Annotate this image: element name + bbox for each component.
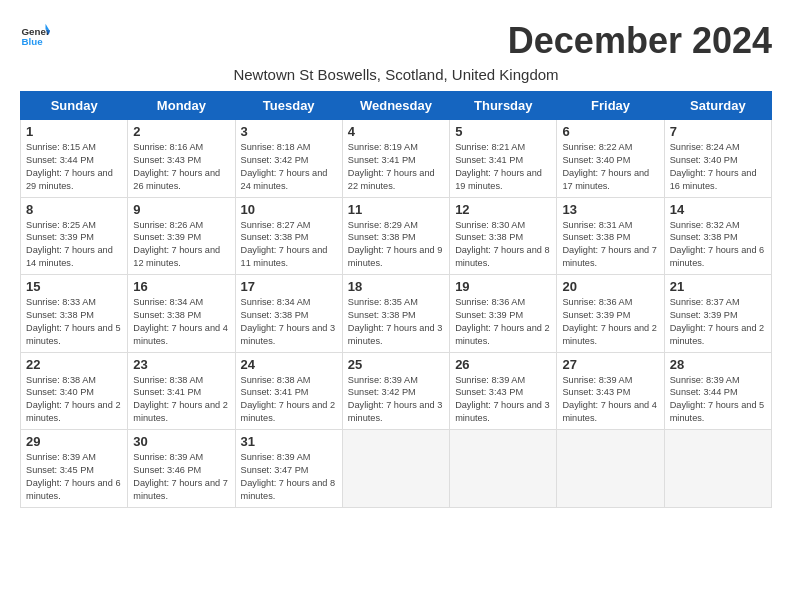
- day-info: Sunrise: 8:31 AM Sunset: 3:38 PM Dayligh…: [562, 219, 658, 271]
- day-number: 9: [133, 202, 229, 217]
- logo-icon: General Blue: [20, 20, 50, 50]
- calendar-cell: 9 Sunrise: 8:26 AM Sunset: 3:39 PM Dayli…: [128, 197, 235, 275]
- sunrise-time: Sunrise: 8:35 AM: [348, 297, 418, 307]
- day-number: 17: [241, 279, 337, 294]
- daylight-hours: Daylight: 7 hours and 7 minutes.: [133, 478, 228, 501]
- sunset-time: Sunset: 3:38 PM: [348, 310, 416, 320]
- sunrise-time: Sunrise: 8:22 AM: [562, 142, 632, 152]
- day-info: Sunrise: 8:19 AM Sunset: 3:41 PM Dayligh…: [348, 141, 444, 193]
- sunrise-time: Sunrise: 8:38 AM: [241, 375, 311, 385]
- sunset-time: Sunset: 3:38 PM: [241, 310, 309, 320]
- sunset-time: Sunset: 3:43 PM: [562, 387, 630, 397]
- day-number: 21: [670, 279, 766, 294]
- calendar-week-row: 1 Sunrise: 8:15 AM Sunset: 3:44 PM Dayli…: [21, 120, 772, 198]
- sunset-time: Sunset: 3:43 PM: [133, 155, 201, 165]
- page-subtitle: Newtown St Boswells, Scotland, United Ki…: [20, 66, 772, 83]
- daylight-hours: Daylight: 7 hours and 3 minutes.: [348, 323, 443, 346]
- svg-text:Blue: Blue: [22, 36, 44, 47]
- col-saturday: Saturday: [664, 92, 771, 120]
- day-number: 14: [670, 202, 766, 217]
- calendar-cell: 12 Sunrise: 8:30 AM Sunset: 3:38 PM Dayl…: [450, 197, 557, 275]
- calendar-cell: 28 Sunrise: 8:39 AM Sunset: 3:44 PM Dayl…: [664, 352, 771, 430]
- day-number: 11: [348, 202, 444, 217]
- day-info: Sunrise: 8:29 AM Sunset: 3:38 PM Dayligh…: [348, 219, 444, 271]
- sunrise-time: Sunrise: 8:16 AM: [133, 142, 203, 152]
- day-number: 16: [133, 279, 229, 294]
- sunset-time: Sunset: 3:38 PM: [26, 310, 94, 320]
- daylight-hours: Daylight: 7 hours and 8 minutes.: [241, 478, 336, 501]
- daylight-hours: Daylight: 7 hours and 29 minutes.: [26, 168, 113, 191]
- sunrise-time: Sunrise: 8:36 AM: [562, 297, 632, 307]
- sunset-time: Sunset: 3:39 PM: [455, 310, 523, 320]
- day-number: 5: [455, 124, 551, 139]
- day-number: 8: [26, 202, 122, 217]
- daylight-hours: Daylight: 7 hours and 22 minutes.: [348, 168, 435, 191]
- day-info: Sunrise: 8:39 AM Sunset: 3:44 PM Dayligh…: [670, 374, 766, 426]
- calendar-cell: 27 Sunrise: 8:39 AM Sunset: 3:43 PM Dayl…: [557, 352, 664, 430]
- sunset-time: Sunset: 3:39 PM: [670, 310, 738, 320]
- sunset-time: Sunset: 3:40 PM: [562, 155, 630, 165]
- sunset-time: Sunset: 3:38 PM: [133, 310, 201, 320]
- sunset-time: Sunset: 3:45 PM: [26, 465, 94, 475]
- day-info: Sunrise: 8:39 AM Sunset: 3:45 PM Dayligh…: [26, 451, 122, 503]
- daylight-hours: Daylight: 7 hours and 4 minutes.: [562, 400, 657, 423]
- sunset-time: Sunset: 3:38 PM: [670, 232, 738, 242]
- day-info: Sunrise: 8:38 AM Sunset: 3:40 PM Dayligh…: [26, 374, 122, 426]
- day-number: 3: [241, 124, 337, 139]
- day-number: 13: [562, 202, 658, 217]
- col-tuesday: Tuesday: [235, 92, 342, 120]
- col-thursday: Thursday: [450, 92, 557, 120]
- daylight-hours: Daylight: 7 hours and 12 minutes.: [133, 245, 220, 268]
- day-number: 25: [348, 357, 444, 372]
- daylight-hours: Daylight: 7 hours and 2 minutes.: [133, 400, 228, 423]
- calendar-cell: 21 Sunrise: 8:37 AM Sunset: 3:39 PM Dayl…: [664, 275, 771, 353]
- day-number: 18: [348, 279, 444, 294]
- sunrise-time: Sunrise: 8:39 AM: [133, 452, 203, 462]
- calendar-cell: 1 Sunrise: 8:15 AM Sunset: 3:44 PM Dayli…: [21, 120, 128, 198]
- sunrise-time: Sunrise: 8:39 AM: [455, 375, 525, 385]
- day-info: Sunrise: 8:15 AM Sunset: 3:44 PM Dayligh…: [26, 141, 122, 193]
- col-friday: Friday: [557, 92, 664, 120]
- day-info: Sunrise: 8:39 AM Sunset: 3:43 PM Dayligh…: [562, 374, 658, 426]
- sunrise-time: Sunrise: 8:38 AM: [26, 375, 96, 385]
- day-info: Sunrise: 8:25 AM Sunset: 3:39 PM Dayligh…: [26, 219, 122, 271]
- calendar-cell: 15 Sunrise: 8:33 AM Sunset: 3:38 PM Dayl…: [21, 275, 128, 353]
- sunrise-time: Sunrise: 8:30 AM: [455, 220, 525, 230]
- day-number: 28: [670, 357, 766, 372]
- calendar-cell: 8 Sunrise: 8:25 AM Sunset: 3:39 PM Dayli…: [21, 197, 128, 275]
- calendar-week-row: 29 Sunrise: 8:39 AM Sunset: 3:45 PM Dayl…: [21, 430, 772, 508]
- calendar-cell: 18 Sunrise: 8:35 AM Sunset: 3:38 PM Dayl…: [342, 275, 449, 353]
- calendar-week-row: 22 Sunrise: 8:38 AM Sunset: 3:40 PM Dayl…: [21, 352, 772, 430]
- daylight-hours: Daylight: 7 hours and 3 minutes.: [455, 400, 550, 423]
- calendar-cell: 29 Sunrise: 8:39 AM Sunset: 3:45 PM Dayl…: [21, 430, 128, 508]
- sunrise-time: Sunrise: 8:34 AM: [133, 297, 203, 307]
- calendar-cell: 3 Sunrise: 8:18 AM Sunset: 3:42 PM Dayli…: [235, 120, 342, 198]
- day-info: Sunrise: 8:37 AM Sunset: 3:39 PM Dayligh…: [670, 296, 766, 348]
- sunrise-time: Sunrise: 8:39 AM: [670, 375, 740, 385]
- day-info: Sunrise: 8:27 AM Sunset: 3:38 PM Dayligh…: [241, 219, 337, 271]
- day-number: 24: [241, 357, 337, 372]
- calendar-cell: 26 Sunrise: 8:39 AM Sunset: 3:43 PM Dayl…: [450, 352, 557, 430]
- sunset-time: Sunset: 3:42 PM: [241, 155, 309, 165]
- sunset-time: Sunset: 3:43 PM: [455, 387, 523, 397]
- day-number: 27: [562, 357, 658, 372]
- sunrise-time: Sunrise: 8:39 AM: [562, 375, 632, 385]
- day-info: Sunrise: 8:39 AM Sunset: 3:43 PM Dayligh…: [455, 374, 551, 426]
- sunset-time: Sunset: 3:40 PM: [26, 387, 94, 397]
- calendar-cell: 25 Sunrise: 8:39 AM Sunset: 3:42 PM Dayl…: [342, 352, 449, 430]
- daylight-hours: Daylight: 7 hours and 2 minutes.: [455, 323, 550, 346]
- sunrise-time: Sunrise: 8:33 AM: [26, 297, 96, 307]
- day-info: Sunrise: 8:36 AM Sunset: 3:39 PM Dayligh…: [562, 296, 658, 348]
- calendar-table: Sunday Monday Tuesday Wednesday Thursday…: [20, 91, 772, 508]
- sunset-time: Sunset: 3:38 PM: [455, 232, 523, 242]
- daylight-hours: Daylight: 7 hours and 14 minutes.: [26, 245, 113, 268]
- sunrise-time: Sunrise: 8:38 AM: [133, 375, 203, 385]
- day-info: Sunrise: 8:22 AM Sunset: 3:40 PM Dayligh…: [562, 141, 658, 193]
- col-sunday: Sunday: [21, 92, 128, 120]
- sunrise-time: Sunrise: 8:31 AM: [562, 220, 632, 230]
- sunset-time: Sunset: 3:39 PM: [133, 232, 201, 242]
- sunset-time: Sunset: 3:39 PM: [562, 310, 630, 320]
- daylight-hours: Daylight: 7 hours and 11 minutes.: [241, 245, 328, 268]
- sunrise-time: Sunrise: 8:32 AM: [670, 220, 740, 230]
- daylight-hours: Daylight: 7 hours and 7 minutes.: [562, 245, 657, 268]
